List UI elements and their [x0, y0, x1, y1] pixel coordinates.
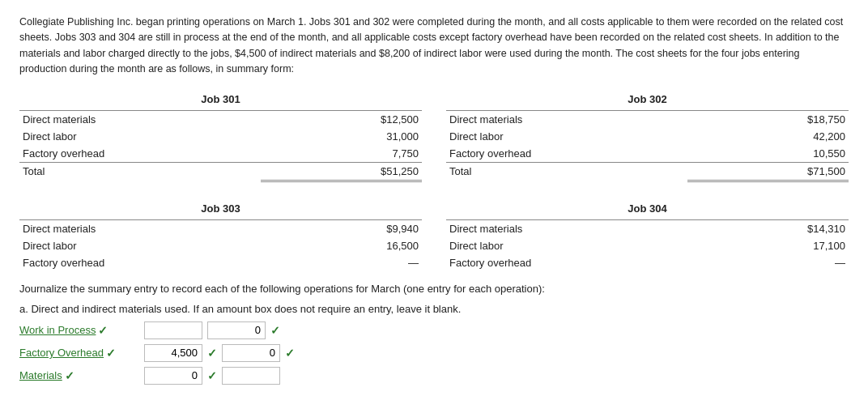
table-row: Factory overhead — [446, 254, 849, 271]
check-icon-0b: ✓ [270, 324, 280, 337]
table-row: Direct labor 31,000 [19, 128, 422, 145]
check-icon-2b: ✓ [207, 369, 217, 382]
entry-1-debit-input[interactable] [144, 344, 202, 362]
check-icon-1c: ✓ [285, 347, 295, 360]
job-302-total-row: Total $71,500 [446, 162, 849, 181]
job-302-row-2-label: Factory overhead [446, 145, 687, 163]
job-303-title: Job 303 [19, 200, 422, 220]
journalize-instruction: Journalize the summary entry to record e… [19, 283, 849, 295]
entry-row-0: Work in Process ✓ ✓ [19, 321, 849, 339]
job-302-row-1-value: 42,200 [687, 128, 849, 145]
job-302-row-0-value: $18,750 [687, 110, 849, 128]
entry-2-debit-input[interactable] [144, 367, 202, 385]
job-304-row-2-value: — [687, 254, 849, 271]
table-row: Factory overhead 10,550 [446, 145, 849, 163]
job-304-row-1-value: 17,100 [687, 237, 849, 254]
job-302-total-value: $71,500 [687, 162, 849, 181]
work-in-process-link[interactable]: Work in Process [19, 324, 96, 336]
check-icon-2: ✓ [65, 369, 74, 382]
job-304-table: Job 304 Direct materials $14,310 Direct … [446, 200, 849, 271]
job-304-row-0-value: $14,310 [687, 219, 849, 237]
check-icon-1: ✓ [106, 347, 116, 360]
intro-paragraph: Collegiate Publishing Inc. began printin… [19, 15, 849, 78]
job-301-row-2-label: Factory overhead [19, 145, 261, 163]
table-row: Direct materials $18,750 [446, 110, 849, 128]
job-304-row-0-label: Direct materials [446, 219, 687, 237]
check-icon-0: ✓ [98, 324, 108, 337]
job-301-total-row: Total $51,250 [19, 162, 422, 181]
entry-0-debit-input[interactable] [144, 321, 202, 339]
job-302-row-0-label: Direct materials [446, 110, 687, 128]
job-301-title: Job 301 [19, 91, 422, 111]
job-304-row-1-label: Direct labor [446, 237, 687, 254]
account-label-2: Materials ✓ [19, 369, 139, 382]
entry-row-2: Materials ✓ ✓ [19, 367, 849, 385]
job-301-total-value: $51,250 [261, 162, 422, 181]
job-303-row-1-value: 16,500 [261, 237, 422, 254]
table-row: Direct labor 16,500 [19, 237, 422, 254]
account-label-1: Factory Overhead ✓ [19, 347, 139, 360]
job-304-title: Job 304 [446, 200, 849, 220]
job-301-row-2-value: 7,750 [261, 145, 422, 163]
jobs-grid: Job 301 Direct materials $12,500 Direct … [19, 91, 849, 182]
materials-link[interactable]: Materials [19, 369, 62, 381]
entry-2-credit-input[interactable] [222, 367, 280, 385]
job-304-row-2-label: Factory overhead [446, 254, 687, 271]
table-row: Factory overhead — [19, 254, 422, 271]
job-301-row-1-label: Direct labor [19, 128, 261, 145]
table-row: Direct labor 42,200 [446, 128, 849, 145]
job-303-row-2-label: Factory overhead [19, 254, 261, 271]
entry-row-1: Factory Overhead ✓ ✓ ✓ [19, 344, 849, 362]
job-302-title: Job 302 [446, 91, 849, 111]
operation-a-label: a. Direct and indirect materials used. I… [19, 303, 849, 315]
job-302-total-label: Total [446, 162, 687, 181]
job-301-total-label: Total [19, 162, 261, 181]
entry-1-credit-input[interactable] [222, 344, 280, 362]
job-301-row-1-value: 31,000 [261, 128, 422, 145]
table-row: Factory overhead 7,750 [19, 145, 422, 163]
table-row: Direct materials $14,310 [446, 219, 849, 237]
job-301-table: Job 301 Direct materials $12,500 Direct … [19, 91, 422, 182]
job-302-row-2-value: 10,550 [687, 145, 849, 163]
factory-overhead-link[interactable]: Factory Overhead [19, 347, 104, 359]
job-303-table: Job 303 Direct materials $9,940 Direct l… [19, 200, 422, 271]
table-row: Direct labor 17,100 [446, 237, 849, 254]
job-301-row-0-label: Direct materials [19, 110, 261, 128]
job-302-table: Job 302 Direct materials $18,750 Direct … [446, 91, 849, 182]
job-303-row-2-value: — [261, 254, 422, 271]
job-303-row-0-value: $9,940 [261, 219, 422, 237]
table-row: Direct materials $12,500 [19, 110, 422, 128]
job-303-row-1-label: Direct labor [19, 237, 261, 254]
check-icon-1b: ✓ [207, 347, 217, 360]
table-row: Direct materials $9,940 [19, 219, 422, 237]
job-302-row-1-label: Direct labor [446, 128, 687, 145]
account-label-0: Work in Process ✓ [19, 324, 139, 337]
jobs-grid-2: Job 303 Direct materials $9,940 Direct l… [19, 200, 849, 271]
entry-0-credit-input[interactable] [207, 321, 266, 339]
job-301-row-0-value: $12,500 [261, 110, 422, 128]
job-303-row-0-label: Direct materials [19, 219, 261, 237]
